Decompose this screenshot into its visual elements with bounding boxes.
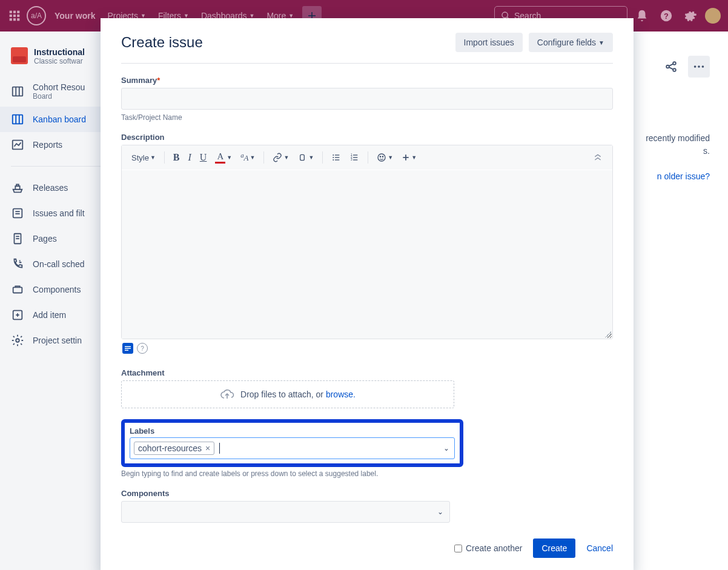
ship-icon (11, 181, 24, 194)
svg-rect-13 (13, 87, 23, 96)
attachment-label: Attachment (121, 368, 613, 377)
numbered-list-icon: 123 (349, 153, 359, 162)
create-another-checkbox[interactable]: Create another (454, 543, 522, 553)
notifications-icon[interactable] (632, 6, 652, 25)
create-another-input[interactable] (454, 545, 462, 552)
kanban-label: Kanban board (33, 114, 86, 124)
separator (322, 151, 323, 164)
clear-formatting-button[interactable]: aA ▼ (237, 149, 259, 165)
svg-rect-16 (13, 115, 23, 124)
releases-label: Releases (33, 183, 68, 193)
oncall-icon (11, 257, 24, 271)
kanban-icon (11, 113, 24, 126)
share-icon[interactable] (660, 56, 682, 78)
browse-link[interactable]: browse. (326, 389, 356, 399)
plus-icon (402, 153, 410, 162)
help-mode-icon[interactable]: ? (137, 343, 148, 354)
svg-rect-0 (10, 11, 12, 13)
text-color-button[interactable]: A ▼ (211, 149, 236, 166)
reports-icon (11, 138, 24, 151)
older-issue-link[interactable]: n older issue? (657, 171, 710, 181)
hint-line2: s. (703, 146, 710, 156)
nav-your-work[interactable]: Your work (51, 8, 99, 23)
summary-input[interactable] (121, 88, 613, 110)
configure-fields-label: Configure fields (537, 38, 596, 47)
attachment-button[interactable]: ▼ (294, 150, 317, 165)
attachment-dropzone[interactable]: Drop files to attach, or browse. (121, 380, 454, 408)
link-icon (273, 153, 282, 162)
svg-rect-26 (13, 287, 22, 293)
link-button[interactable]: ▼ (269, 150, 293, 165)
summary-helper: Task/Project Name (121, 113, 613, 122)
summary-label: Summary* (121, 76, 613, 85)
paperclip-icon (297, 153, 307, 162)
separator (368, 151, 368, 164)
chevron-down-icon: ▼ (308, 154, 314, 161)
emoji-icon (377, 153, 386, 162)
remove-label-icon[interactable]: × (205, 443, 210, 453)
insert-more-button[interactable]: ▼ (398, 151, 420, 164)
svg-rect-6 (10, 18, 12, 21)
svg-rect-49 (353, 157, 357, 157)
create-submit-button[interactable]: Create (533, 539, 575, 558)
svg-point-54 (383, 156, 383, 157)
svg-rect-59 (125, 350, 128, 351)
upload-cloud-icon (220, 387, 234, 402)
collapse-icon (593, 153, 603, 162)
bullet-list-button[interactable] (328, 150, 345, 165)
components-icon (11, 283, 24, 296)
rte-style-dropdown[interactable]: Style▼ (128, 151, 159, 165)
additem-label: Add item (33, 310, 66, 320)
svg-text:?: ? (664, 12, 669, 21)
projsettings-label: Project settin (33, 336, 82, 345)
user-avatar[interactable] (705, 8, 721, 24)
emoji-button[interactable]: ▼ (373, 150, 397, 165)
labels-label: Labels (130, 426, 455, 436)
chevron-down-icon: ▼ (150, 154, 156, 161)
oncall-label: On-call sched (33, 259, 85, 269)
settings-icon[interactable] (681, 6, 700, 25)
chevron-down-icon: ▼ (227, 154, 232, 161)
add-icon (11, 308, 24, 322)
collapse-toolbar-button[interactable] (589, 150, 606, 165)
project-name: Instructional (34, 47, 85, 57)
chevron-down-icon: ▼ (598, 39, 604, 46)
italic-button[interactable]: I (185, 150, 195, 165)
more-menu-icon[interactable] (688, 56, 710, 78)
svg-rect-5 (17, 15, 19, 17)
svg-rect-45 (335, 159, 339, 160)
description-label: Description (121, 133, 613, 142)
rte-toolbar: Style▼ B I U A ▼ aA ▼ ▼ ▼ 123 ▼ ▼ (122, 145, 612, 170)
svg-rect-43 (335, 157, 339, 157)
svg-point-37 (698, 65, 700, 68)
underline-button[interactable]: U (196, 150, 211, 165)
svg-rect-1 (13, 11, 16, 13)
svg-rect-41 (335, 154, 339, 155)
bold-button[interactable]: B (170, 150, 184, 165)
description-textarea[interactable] (122, 170, 612, 339)
label-chip-cohort-resources: cohort-resources × (134, 442, 214, 455)
import-issues-button[interactable]: Import issues (455, 33, 523, 52)
numbered-list-button[interactable]: 123 (346, 150, 363, 165)
components-field-label: Components (121, 489, 613, 498)
svg-rect-7 (13, 18, 16, 21)
logo[interactable]: a/A (27, 6, 46, 25)
rich-text-editor: Style▼ B I U A ▼ aA ▼ ▼ ▼ 123 ▼ ▼ (121, 145, 613, 339)
modal-title: Create issue (121, 34, 203, 51)
help-icon[interactable]: ? (657, 6, 676, 25)
labels-dropdown-icon[interactable]: ⌄ (443, 444, 449, 452)
visual-mode-icon[interactable] (122, 343, 133, 354)
labels-input[interactable]: cohort-resources × ⌄ (130, 437, 455, 459)
divider (121, 63, 613, 64)
svg-rect-2 (17, 11, 19, 13)
configure-fields-button[interactable]: Configure fields▼ (529, 33, 613, 52)
components-select[interactable]: ⌄ (121, 501, 450, 523)
chevron-down-icon: ⌄ (437, 508, 443, 516)
gear-icon (11, 334, 24, 347)
cancel-button[interactable]: Cancel (586, 543, 613, 553)
svg-point-36 (694, 65, 697, 68)
svg-rect-57 (125, 346, 131, 348)
project-icon (11, 47, 28, 64)
app-switcher-icon[interactable] (7, 8, 22, 23)
create-issue-modal: Create issue Import issues Configure fie… (101, 18, 634, 570)
